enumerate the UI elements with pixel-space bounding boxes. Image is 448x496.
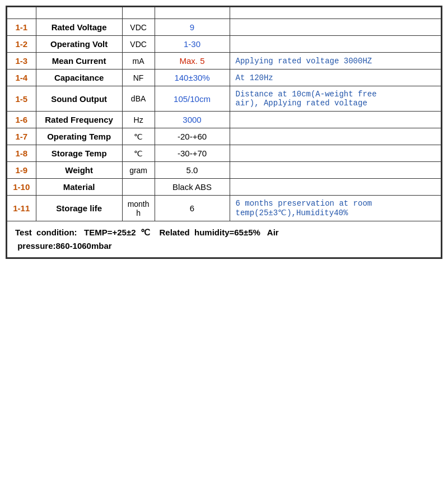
row-no: 1-7 (7, 128, 36, 145)
row-spec: 140±30% (155, 69, 230, 86)
row-item: Capacitance (36, 69, 122, 86)
row-condition (230, 179, 441, 196)
row-spec: 5.0 (155, 162, 230, 179)
row-spec: 3000 (155, 112, 230, 128)
row-unit: VDC (122, 19, 155, 36)
spec-table-container: 1-1Rated VoltageVDC91-2Operating VoltVDC… (6, 6, 442, 259)
row-no: 1-5 (7, 86, 36, 112)
row-unit: ℃ (122, 128, 155, 145)
row-item: Operating Volt (36, 36, 122, 53)
row-no: 1-3 (7, 53, 36, 69)
row-condition (230, 36, 441, 53)
row-no: 1-6 (7, 112, 36, 128)
row-spec: -30-+70 (155, 145, 230, 162)
row-unit: Hz (122, 112, 155, 128)
row-condition: Applying rated voltage 3000HZ (230, 53, 441, 69)
row-spec: Max. 5 (155, 53, 230, 69)
row-item: Operating Temp (36, 128, 122, 145)
row-condition (230, 19, 441, 36)
header-unit (122, 7, 155, 19)
row-condition (230, 162, 441, 179)
row-unit: gram (122, 162, 155, 179)
row-condition (230, 128, 441, 145)
row-unit: NF (122, 69, 155, 86)
row-condition (230, 145, 441, 162)
row-unit: month h (122, 196, 155, 221)
row-no: 1-9 (7, 162, 36, 179)
row-no: 1-4 (7, 69, 36, 86)
row-item: Material (36, 179, 122, 196)
row-item: Rated Voltage (36, 19, 122, 36)
row-unit: VDC (122, 36, 155, 53)
row-item: Rated Frequency (36, 112, 122, 128)
row-unit: mA (122, 53, 155, 69)
row-item: Sound Output (36, 86, 122, 112)
row-unit: ℃ (122, 145, 155, 162)
row-unit (122, 179, 155, 196)
row-item: Weight (36, 162, 122, 179)
row-condition (230, 112, 441, 128)
row-condition: 6 months preservation at room temp(25±3℃… (230, 196, 441, 221)
row-no: 1-10 (7, 179, 36, 196)
footer-test-condition: Test condition: TEMP=+25±2 ℃ Related hum… (7, 221, 441, 258)
header-no (7, 7, 36, 19)
row-condition: At 120Hz (230, 69, 441, 86)
row-no: 1-11 (7, 196, 36, 221)
row-spec: 105/10cm (155, 86, 230, 112)
spec-table: 1-1Rated VoltageVDC91-2Operating VoltVDC… (7, 7, 441, 258)
row-item: Storage life (36, 196, 122, 221)
row-spec: -20-+60 (155, 128, 230, 145)
row-unit: dBA (122, 86, 155, 112)
header-condition (230, 7, 441, 19)
row-spec: 1-30 (155, 36, 230, 53)
header-item (36, 7, 122, 19)
row-condition: Distance at 10cm(A-weight free air), App… (230, 86, 441, 112)
row-spec: Black ABS (155, 179, 230, 196)
row-spec: 9 (155, 19, 230, 36)
row-item: Mean Current (36, 53, 122, 69)
header-specification (155, 7, 230, 19)
row-spec: 6 (155, 196, 230, 221)
row-no: 1-1 (7, 19, 36, 36)
row-no: 1-8 (7, 145, 36, 162)
row-no: 1-2 (7, 36, 36, 53)
row-item: Storage Temp (36, 145, 122, 162)
